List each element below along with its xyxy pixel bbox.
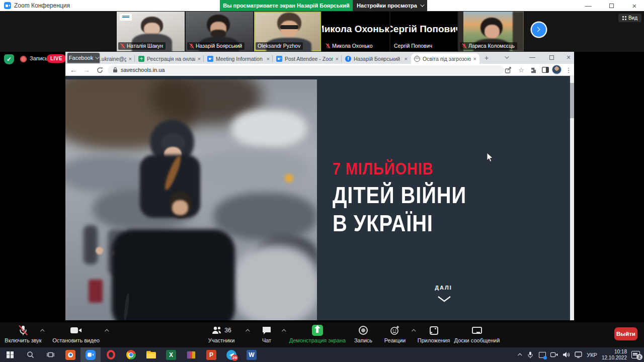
start-button[interactable] xyxy=(0,347,20,362)
chrome-taskbar-button[interactable] xyxy=(121,347,141,362)
restore-icon xyxy=(549,55,554,60)
participant-tile[interactable]: Микола Охонько Микола Охонько xyxy=(322,12,389,51)
participants-button[interactable]: 36 Участники xyxy=(197,324,246,343)
tab-search-button[interactable] xyxy=(500,52,512,62)
photo-cars xyxy=(191,150,307,190)
tray-time: 10:18 xyxy=(614,349,627,354)
notification-center-icon[interactable]: 2 xyxy=(631,351,640,358)
participant-tile[interactable]: Сергій Попович Сергій Попович xyxy=(390,12,457,51)
new-tab-button[interactable]: + xyxy=(482,53,491,62)
reactions-button[interactable]: Реакции xyxy=(379,324,411,343)
participant-tile[interactable]: Назарій Боярський xyxy=(186,12,253,51)
maximize-button[interactable] xyxy=(603,0,620,11)
participant-name-label: Микола Охонько xyxy=(324,42,375,50)
record-icon xyxy=(359,326,368,335)
toolbar-label: Приложения xyxy=(416,337,452,343)
notification-badge: 2 xyxy=(636,354,642,360)
tab-meeting-information[interactable]: Meeting Information × xyxy=(204,53,273,64)
participant-name: Наталія Шакун xyxy=(127,43,163,49)
browser-close-button[interactable]: × xyxy=(562,52,575,62)
tab-close-icon[interactable]: × xyxy=(405,56,408,62)
file-explorer-button[interactable] xyxy=(141,347,161,362)
zoom-taskbar-button[interactable] xyxy=(80,347,101,362)
tab-close-icon[interactable]: × xyxy=(129,56,132,62)
browser-restore-button[interactable] xyxy=(545,52,557,62)
photo-cars xyxy=(214,193,317,240)
toolbar-label: Участники xyxy=(197,337,246,343)
view-settings-button[interactable]: Настройки просмотра xyxy=(353,0,427,11)
windows-logo-icon xyxy=(7,351,14,358)
tray-mic-icon[interactable] xyxy=(526,351,534,358)
reload-button[interactable] xyxy=(95,65,105,74)
tab-close-icon[interactable]: × xyxy=(198,56,201,62)
minimize-button[interactable]: — xyxy=(580,0,597,11)
language-indicator[interactable]: УКР xyxy=(587,352,597,358)
apps-button[interactable]: Приложения xyxy=(416,324,452,343)
url-field[interactable]: saveschools.in.ua xyxy=(108,65,504,74)
tab-close-icon[interactable]: × xyxy=(473,56,476,62)
tab-sheets[interactable]: Реєстрація на онлайн × xyxy=(135,53,204,64)
participant-tile[interactable]: Лариса Коломєєць xyxy=(458,12,524,51)
close-button[interactable]: × xyxy=(626,0,643,11)
next-section-label[interactable]: ДАЛІ xyxy=(317,285,570,291)
chat-button[interactable]: Чат xyxy=(253,324,281,343)
tab-close-icon[interactable]: × xyxy=(336,56,339,62)
extensions-button[interactable] xyxy=(528,65,538,74)
tab-title: Освіта під загрозою xyxy=(423,56,471,62)
stop-video-button[interactable]: Остановить видео xyxy=(48,324,104,343)
tab-close-icon[interactable]: × xyxy=(267,56,270,62)
muted-mic-icon xyxy=(189,43,194,49)
browser-minimize-button[interactable]: — xyxy=(526,52,538,62)
facebook-tab-overlay[interactable]: Facebook xyxy=(67,53,100,63)
tray-display-icon[interactable] xyxy=(575,351,582,358)
view-layout-button[interactable]: Вид xyxy=(618,14,641,22)
tray-clock[interactable]: 10:18 12.10.2022 xyxy=(602,349,627,361)
zoom-icon xyxy=(86,350,96,360)
word-taskbar-button[interactable]: W xyxy=(242,347,262,362)
unmute-button[interactable]: Включить звук xyxy=(0,324,46,343)
toolbar-label: Запись xyxy=(349,337,377,343)
forward-button[interactable]: → xyxy=(82,65,92,74)
record-button[interactable]: Запись xyxy=(349,324,377,343)
telegram-taskbar-button[interactable]: 29 xyxy=(221,347,242,362)
share-screen-button[interactable]: Демонстрация экрана xyxy=(288,324,347,343)
excel-taskbar-button[interactable]: X xyxy=(161,347,181,362)
whiteboards-button[interactable]: Доски сообщений xyxy=(452,324,502,343)
participant-tile-active-speaker[interactable]: Oleksandr Pyzhov xyxy=(254,12,321,51)
toolbar-label: Демонстрация экрана xyxy=(288,337,347,343)
browser-profile-avatar[interactable] xyxy=(552,65,561,74)
tray-date: 12.10.2022 xyxy=(602,355,627,360)
browser-menu-button[interactable]: ⋮ xyxy=(564,65,574,74)
winrar-taskbar-button[interactable] xyxy=(181,347,201,362)
tab-facebook[interactable]: f Назарій Боярський | × xyxy=(342,53,411,64)
powerpoint-taskbar-button[interactable]: P xyxy=(201,347,221,362)
task-view-button[interactable] xyxy=(40,347,60,362)
faststone-capture-button[interactable] xyxy=(60,347,80,362)
minimize-icon: — xyxy=(585,2,592,10)
tab-active-osvita[interactable]: Освіта під загрозою × xyxy=(411,53,479,64)
opera-taskbar-button[interactable] xyxy=(101,347,121,362)
close-icon: × xyxy=(567,53,571,61)
bookmark-button[interactable]: ☆ xyxy=(516,65,526,74)
tray-expand-caret[interactable] xyxy=(518,353,522,357)
participant-name: Микола Охонько xyxy=(332,43,373,49)
tray-camera-icon[interactable] xyxy=(550,351,558,358)
tray-volume-icon[interactable] xyxy=(562,351,570,358)
side-panel-button[interactable] xyxy=(540,65,550,74)
org-logo-wave xyxy=(122,16,129,18)
page-scrollbar-thumb[interactable] xyxy=(570,83,574,118)
tray-remote-window-icon[interactable] xyxy=(538,351,546,358)
back-button[interactable]: ← xyxy=(68,65,78,74)
security-shield-icon[interactable]: ✓ xyxy=(4,54,14,64)
share-page-button[interactable] xyxy=(503,65,513,74)
scroll-down-chevron-icon[interactable] xyxy=(437,296,451,303)
participant-strip: Наталія Шакун Назарій Боярський Oleksand… xyxy=(0,11,644,52)
hero-panel: EN 7 МІЛЬЙОНІВ ДІТЕЙ ВІЙНИ В УКРАЇНІ ДАЛ… xyxy=(317,76,570,320)
next-participants-button[interactable] xyxy=(532,23,546,37)
leave-meeting-button[interactable]: Выйти xyxy=(614,327,637,340)
participant-tile[interactable]: Наталія Шакун xyxy=(117,12,185,51)
taskbar-search-button[interactable] xyxy=(20,347,40,362)
participant-name-label: Назарій Боярський xyxy=(187,42,245,50)
tab-post-attendee[interactable]: Post Attendee - Zoom × xyxy=(273,53,342,64)
overlay-label: Facebook xyxy=(69,55,93,61)
